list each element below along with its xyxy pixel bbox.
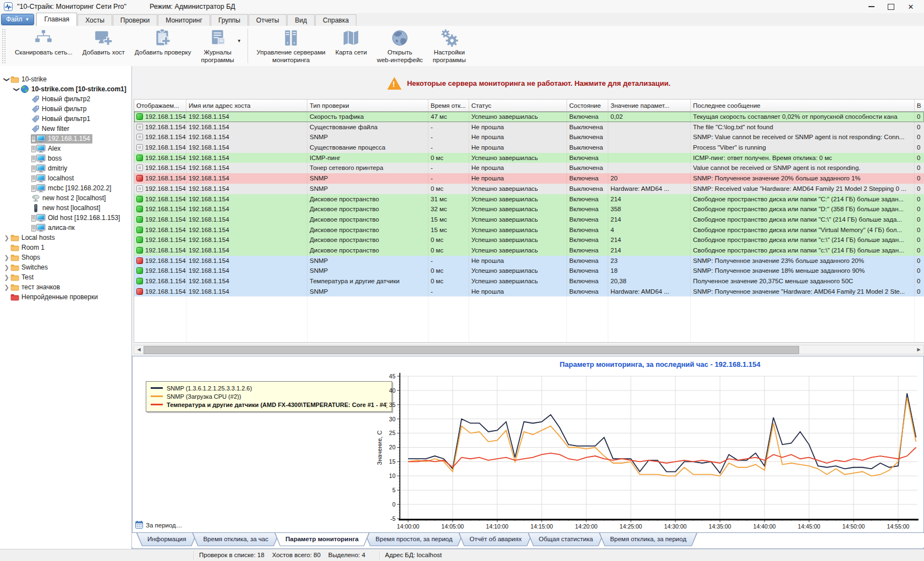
tree-item-10-strike[interactable]: ❯10-strike	[0, 74, 131, 84]
bottom-tab-общая-статистика[interactable]: Общая статистика	[528, 533, 604, 546]
menu-tab-справка[interactable]: Справка	[315, 14, 356, 26]
table-row[interactable]: 192.168.1.154192.168.1.154SNMP-Не прошла…	[134, 256, 924, 266]
scroll-left-arrow-icon[interactable]: ◀	[134, 345, 144, 354]
table-row[interactable]: 192.168.1.154192.168.1.154SNMP0 мсУспешн…	[134, 184, 924, 194]
period-link[interactable]: За период…	[135, 521, 182, 530]
chevron-collapsed-icon[interactable]: ❯	[3, 274, 10, 281]
toolbar-button-logs[interactable]: Журналы программы	[196, 26, 239, 66]
table-row[interactable]: 192.168.1.154192.168.1.154ICMP-пинг0 мсУ…	[134, 153, 924, 163]
chevron-expanded-icon[interactable]: ❯	[13, 86, 20, 92]
table-row[interactable]: 192.168.1.154192.168.1.154Дисковое прост…	[134, 194, 924, 205]
tree-item-новый-фильтр1[interactable]: Новый фильтр1	[0, 114, 131, 124]
tree-item-old-host-192-168-1-153-[interactable]: Old host [192.168.1.153]	[0, 213, 131, 223]
column-header-4[interactable]: Статус	[469, 100, 567, 112]
toolbar-button-servers[interactable]: Управление серверами мониторинга	[252, 26, 331, 66]
table-cell: 192.168.1.154	[186, 245, 307, 256]
table-row[interactable]: 192.168.1.154192.168.1.154Существование …	[134, 122, 924, 133]
tree-item-новый-фильтр[interactable]: Новый фильтр	[0, 104, 131, 114]
table-row[interactable]: 192.168.1.154192.168.1.154Тонер сетевого…	[134, 163, 924, 173]
bottom-tab-информация[interactable]: Информация	[136, 533, 197, 546]
toolbar-button-globe[interactable]: Открыть web-интерфейс	[372, 26, 428, 66]
column-header-6[interactable]: Значение парамет...	[608, 100, 691, 112]
chevron-collapsed-icon[interactable]: ❯	[3, 234, 10, 241]
menu-tab-вид[interactable]: Вид	[287, 14, 315, 26]
bottom-tab-label: Отчёт об авариях	[470, 536, 522, 542]
bottom-tab-время-отклика-за-час[interactable]: Время отклика, за час	[192, 533, 279, 546]
warning-banner[interactable]: Некоторые сервера мониторинга не работаю…	[134, 72, 924, 95]
table-row[interactable]: 192.168.1.154192.168.1.154Существование …	[134, 142, 924, 153]
table-row[interactable]: 192.168.1.154192.168.1.154Скорость трафи…	[134, 112, 924, 122]
column-header-1[interactable]: Имя или адрес хоста	[186, 100, 307, 112]
tree-item-local-hosts[interactable]: ❯Local hosts	[0, 233, 131, 243]
svg-text:14:30:00: 14:30:00	[664, 523, 687, 530]
table-row[interactable]: 192.168.1.154192.168.1.154Дисковое прост…	[134, 245, 924, 256]
file-menu-button[interactable]: Файл ▼	[1, 14, 34, 25]
minimize-button[interactable]	[861, 1, 881, 13]
tree-item-10-strike-com-10-strike-com1-[interactable]: ❯10-strike.com [10-strike.com1]	[0, 84, 131, 94]
bottom-tab-параметр-мониторинга[interactable]: Параметр мониторинга	[274, 533, 370, 546]
table-row[interactable]: 192.168.1.154192.168.1.154Дисковое прост…	[134, 215, 924, 225]
table-row[interactable]: 192.168.1.154192.168.1.154SNMP-Не прошла…	[134, 132, 924, 142]
toolbar-button-network-scan[interactable]: Сканировать сеть...	[10, 26, 78, 66]
close-button[interactable]: ✕	[901, 1, 921, 13]
tree-item-new-filter[interactable]: New filter	[0, 124, 131, 134]
toolbar-button-map[interactable]: Карта сети	[331, 26, 372, 66]
toolbar-dropdown-arrow-icon[interactable]: ▼	[237, 38, 241, 43]
tree-item-непройденные-проверки[interactable]: Непройденные проверки	[0, 292, 131, 302]
tree-item-алиса-пк[interactable]: алиса-пк	[0, 223, 131, 233]
table-row[interactable]: 192.168.1.154192.168.1.154Дисковое прост…	[134, 235, 924, 245]
bottom-tab-время-отклика-за-период[interactable]: Время отклика, за период	[599, 533, 697, 546]
tree-item-new-host-2-localhost-[interactable]: new host 2 [localhost]	[0, 193, 131, 203]
toolbar-button-gears[interactable]: Настройки программы	[428, 26, 471, 66]
chevron-collapsed-icon[interactable]: ❯	[3, 254, 10, 261]
tree-item-room-1[interactable]: Room 1	[0, 243, 131, 252]
table-row[interactable]: 192.168.1.154192.168.1.154SNMP0 мсУспешн…	[134, 266, 924, 276]
table-row[interactable]: 192.168.1.154192.168.1.154Дисковое прост…	[134, 225, 924, 235]
tree-item-localhost[interactable]: localhost	[0, 173, 131, 183]
menu-tab-хосты[interactable]: Хосты	[78, 14, 112, 26]
menu-tab-главная[interactable]: Главная	[36, 13, 77, 26]
column-header-7[interactable]: Последнее сообщение	[691, 100, 915, 112]
column-header-8[interactable]: В	[915, 100, 924, 112]
menu-tab-мониторинг[interactable]: Мониторинг	[158, 14, 210, 26]
scrollbar-thumb[interactable]	[144, 346, 799, 354]
tree-item-mcbc-192-168-202-2-[interactable]: mcbc [192.168.202.2]	[0, 183, 131, 193]
table-cell: -	[428, 287, 469, 297]
tree-item-shops[interactable]: ❯Shops	[0, 252, 131, 262]
tree-item-192-168-1-154[interactable]: 192.168.1.154	[0, 134, 131, 144]
menu-tab-группы[interactable]: Группы	[211, 14, 248, 26]
toolbar-grip[interactable]	[2, 29, 6, 63]
chevron-collapsed-icon[interactable]: ❯	[3, 284, 10, 291]
table-cell: Свободное пространство диска или папки "…	[691, 235, 915, 245]
column-header-5[interactable]: Состояние	[567, 100, 608, 112]
bottom-tab-отчёт-об-авариях[interactable]: Отчёт об авариях	[459, 533, 533, 546]
bottom-tab-время-простоя-за-период[interactable]: Время простоя, за период	[365, 533, 464, 546]
menu-tab-отчеты[interactable]: Отчеты	[249, 14, 287, 26]
tree-item-test[interactable]: ❯Test	[0, 272, 131, 282]
table-row[interactable]: 192.168.1.154192.168.1.154SNMP-Не прошла…	[134, 287, 924, 297]
chevron-expanded-icon[interactable]: ❯	[3, 76, 10, 82]
tree-item-alex[interactable]: Alex	[0, 144, 131, 153]
table-row[interactable]: 192.168.1.154192.168.1.154Дисковое прост…	[134, 204, 924, 215]
table-cell: Включена	[567, 235, 608, 245]
tree-item-новый-фильтр2[interactable]: Новый фильтр2	[0, 94, 131, 104]
toolbar-button-add-check[interactable]: Добавить проверку	[130, 26, 196, 66]
chevron-collapsed-icon[interactable]: ❯	[3, 264, 10, 271]
tree-item-dmitriy[interactable]: dmitriy	[0, 163, 131, 173]
table-cell: Успешно завершилась	[469, 194, 567, 205]
menu-tab-проверки[interactable]: Проверки	[113, 14, 158, 26]
table-empty-cell	[428, 327, 469, 338]
tree-item-тест-значков[interactable]: ❯тест значков	[0, 282, 131, 292]
column-header-0[interactable]: Отображаем...	[134, 100, 186, 112]
column-header-2[interactable]: Тип проверки	[307, 100, 428, 112]
table-row[interactable]: 192.168.1.154192.168.1.154Температура и …	[134, 276, 924, 287]
tree-item-boss[interactable]: boss	[0, 153, 131, 163]
tree-item-switches[interactable]: ❯Switches	[0, 262, 131, 272]
tree-item-new-host-localhost-[interactable]: new host [localhost]	[0, 203, 131, 213]
column-header-3[interactable]: Время отк...	[428, 100, 469, 112]
table-row[interactable]: 192.168.1.154192.168.1.154SNMP-Не прошла…	[134, 173, 924, 184]
toolbar-button-add-host[interactable]: Добавить хост	[78, 26, 130, 66]
table-hscrollbar[interactable]: ◀ ▶	[134, 345, 924, 354]
scroll-right-arrow-icon[interactable]: ▶	[914, 345, 923, 354]
maximize-button[interactable]	[881, 1, 901, 13]
